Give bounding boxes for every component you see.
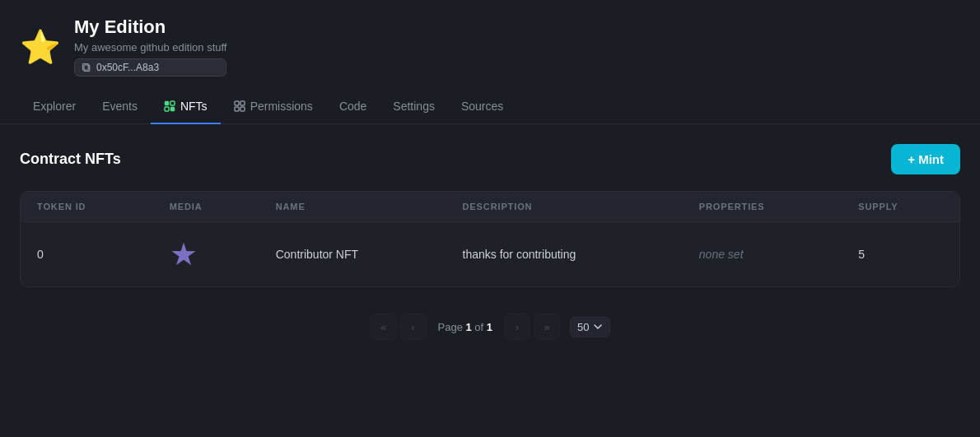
section-title: Contract NFTs bbox=[20, 151, 121, 168]
page-total: 1 bbox=[487, 321, 492, 333]
chevron-down-icon bbox=[593, 322, 603, 332]
col-name: NAME bbox=[259, 192, 446, 222]
tab-explorer-label: Explorer bbox=[33, 100, 76, 113]
tab-explorer[interactable]: Explorer bbox=[20, 90, 89, 124]
page-next-button[interactable]: › bbox=[504, 314, 530, 340]
tab-nfts-label: NFTs bbox=[180, 100, 208, 113]
header-info: My Edition My awesome github edition stu… bbox=[74, 16, 226, 77]
page-current: 1 bbox=[465, 321, 471, 333]
properties-value: none set bbox=[699, 248, 744, 261]
cell-supply: 5 bbox=[842, 222, 959, 287]
tab-events[interactable]: Events bbox=[89, 90, 151, 124]
tab-settings-label: Settings bbox=[393, 100, 435, 113]
svg-rect-5 bbox=[170, 107, 175, 111]
col-description: DESCRIPTION bbox=[446, 192, 683, 222]
svg-rect-8 bbox=[235, 107, 239, 111]
col-media: MEDIA bbox=[153, 192, 259, 222]
main-content: Contract NFTs + Mint TOKEN ID MEDIA NAME… bbox=[0, 124, 980, 300]
edition-subtitle: My awesome github edition stuff bbox=[74, 41, 226, 53]
tab-permissions-label: Permissions bbox=[250, 100, 313, 113]
permissions-icon bbox=[234, 100, 245, 112]
page-prev-button[interactable]: ‹ bbox=[400, 314, 427, 340]
cell-media: ★ bbox=[153, 222, 259, 287]
svg-rect-7 bbox=[240, 101, 245, 105]
cell-properties: none set bbox=[683, 222, 842, 287]
col-supply: SUPPLY bbox=[842, 192, 959, 222]
cell-description: thanks for contributing bbox=[446, 222, 683, 287]
page-last-button[interactable]: » bbox=[534, 314, 560, 340]
page-info: Page 1 of 1 bbox=[430, 321, 502, 333]
tab-settings[interactable]: Settings bbox=[380, 90, 448, 124]
nfts-table: TOKEN ID MEDIA NAME DESCRIPTION PROPERTI… bbox=[21, 192, 959, 286]
tab-events-label: Events bbox=[102, 100, 138, 113]
col-token-id: TOKEN ID bbox=[21, 192, 153, 222]
table-header: TOKEN ID MEDIA NAME DESCRIPTION PROPERTI… bbox=[21, 192, 959, 222]
svg-rect-9 bbox=[240, 107, 245, 111]
per-page-value: 50 bbox=[577, 321, 589, 333]
col-properties: PROPERTIES bbox=[683, 192, 842, 222]
cell-token-id: 0 bbox=[21, 222, 153, 287]
mint-button[interactable]: + Mint bbox=[891, 144, 960, 174]
edition-title: My Edition bbox=[74, 16, 226, 38]
nfts-icon bbox=[164, 100, 175, 112]
edition-icon: ⭐ bbox=[20, 30, 61, 63]
tab-sources-label: Sources bbox=[461, 100, 503, 113]
table-body: 0 ★ Contributor NFT thanks for contribut… bbox=[21, 222, 959, 287]
pagination: « ‹ Page 1 of 1 › » 50 bbox=[0, 300, 980, 346]
tab-permissions[interactable]: Permissions bbox=[221, 90, 326, 124]
cell-name: Contributor NFT bbox=[259, 222, 446, 287]
svg-rect-3 bbox=[170, 101, 175, 105]
copy-icon bbox=[82, 63, 91, 72]
address-text: 0x50cF...A8a3 bbox=[96, 62, 159, 73]
section-header: Contract NFTs + Mint bbox=[20, 144, 960, 174]
nfts-table-container: TOKEN ID MEDIA NAME DESCRIPTION PROPERTI… bbox=[20, 191, 960, 287]
tab-code[interactable]: Code bbox=[326, 90, 380, 124]
svg-rect-6 bbox=[235, 101, 239, 105]
svg-rect-4 bbox=[165, 107, 169, 111]
tab-sources[interactable]: Sources bbox=[448, 90, 516, 124]
svg-rect-2 bbox=[165, 101, 169, 105]
nft-media-star: ★ bbox=[170, 239, 243, 270]
tab-code-label: Code bbox=[339, 100, 366, 113]
page-first-button[interactable]: « bbox=[371, 314, 397, 340]
address-badge[interactable]: 0x50cF...A8a3 bbox=[74, 58, 226, 77]
tab-nfts[interactable]: NFTs bbox=[151, 90, 221, 124]
table-row[interactable]: 0 ★ Contributor NFT thanks for contribut… bbox=[21, 222, 959, 287]
header: ⭐ My Edition My awesome github edition s… bbox=[0, 0, 980, 90]
nav-tabs: Explorer Events NFTs Permissions Code bbox=[0, 90, 980, 124]
per-page-select[interactable]: 50 bbox=[570, 317, 609, 337]
